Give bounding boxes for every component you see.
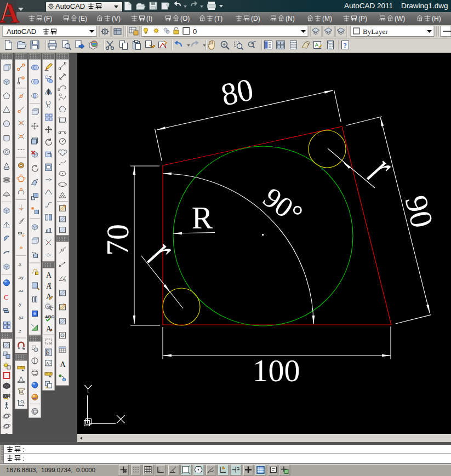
svg-text:(O): (O) <box>180 15 190 22</box>
svg-text:(E): (E) <box>78 15 87 22</box>
svg-text:AutoCAD: AutoCAD <box>7 27 36 36</box>
svg-text:.xz: .xz <box>18 288 24 293</box>
svg-text:n: n <box>64 278 66 282</box>
svg-text:A: A <box>0 0 19 25</box>
svg-text:(T): (T) <box>214 15 222 22</box>
svg-text:70: 70 <box>100 224 135 256</box>
svg-text:A: A <box>46 282 52 290</box>
svg-text:C: C <box>4 293 9 301</box>
svg-text:.x: .x <box>18 262 21 267</box>
svg-text:A: A <box>46 271 52 279</box>
svg-text:(W): (W) <box>395 15 405 22</box>
svg-text:0: 0 <box>193 27 197 36</box>
svg-text:(H): (H) <box>432 15 441 22</box>
svg-text:A: A <box>47 351 49 354</box>
svg-text:.yz: .yz <box>18 315 24 320</box>
svg-text:100: 100 <box>253 353 300 388</box>
svg-text:ByLayer: ByLayer <box>363 27 388 36</box>
svg-text:.xy: .xy <box>18 275 24 280</box>
svg-text::: : <box>22 455 24 462</box>
svg-text:(F): (F) <box>44 15 52 22</box>
svg-text::: : <box>22 446 24 454</box>
svg-text:ABC: ABC <box>47 305 54 308</box>
svg-text:(M): (M) <box>322 15 332 22</box>
svg-text:(P): (P) <box>358 15 367 22</box>
svg-text:.z: .z <box>18 329 21 334</box>
svg-text:R: R <box>192 200 213 236</box>
svg-text:(N): (N) <box>286 15 295 22</box>
svg-text:(V): (V) <box>112 15 121 22</box>
svg-text:A: A <box>60 360 66 369</box>
svg-text:(D): (D) <box>251 15 260 22</box>
svg-text:.y: .y <box>18 302 21 307</box>
svg-text:A: A <box>47 362 49 365</box>
svg-text:(I): (I) <box>146 15 152 22</box>
svg-text:?: ? <box>344 41 347 49</box>
